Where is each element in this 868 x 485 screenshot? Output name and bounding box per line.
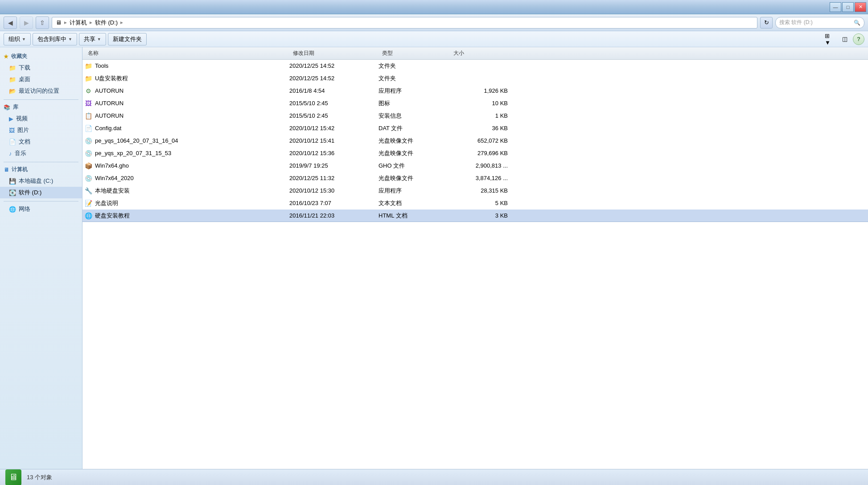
file-type-cell: 文件夹 — [378, 62, 450, 70]
file-type-cell: 文本文档 — [378, 199, 450, 207]
file-name-cell: 📦 Win7x64.gho — [84, 162, 289, 170]
organize-button[interactable]: 组织 ▼ — [4, 33, 31, 45]
file-icon: ⚙ — [84, 87, 92, 95]
table-row[interactable]: 📦 Win7x64.gho 2019/9/7 19:25 GHO 文件 2,90… — [82, 160, 868, 172]
file-size-cell: 652,072 KB — [450, 137, 508, 144]
file-date-cell: 2015/5/10 2:45 — [289, 100, 378, 107]
file-size-cell: 28,315 KB — [450, 187, 508, 194]
app-icon: 🖥 — [5, 469, 21, 485]
title-bar: — □ ✕ — [0, 0, 868, 14]
file-name: 本地硬盘安装 — [95, 187, 130, 195]
file-name-cell: 🖼 AUTORUN — [84, 99, 289, 107]
file-icon: 📁 — [84, 74, 92, 82]
forward-button[interactable]: ▶ — [20, 16, 33, 29]
desktop-label: 桌面 — [19, 75, 30, 83]
col-header-size[interactable]: 大小 — [450, 49, 508, 57]
computer-icon: 🖥 — [56, 19, 62, 26]
file-size-cell: 10 KB — [450, 100, 508, 107]
path-segment-computer[interactable]: 计算机 — [70, 19, 87, 27]
music-icon: ♪ — [9, 150, 12, 157]
minimize-button[interactable]: — — [830, 2, 841, 12]
sidebar-item-doc[interactable]: 📄 文档 — [0, 136, 82, 148]
file-icon: 🖼 — [84, 99, 92, 107]
recent-label: 最近访问的位置 — [19, 87, 59, 95]
sidebar-divider-1 — [4, 99, 78, 100]
search-icon: 🔍 — [854, 20, 860, 26]
col-header-type[interactable]: 类型 — [378, 49, 450, 57]
status-count: 13 个对象 — [27, 473, 52, 481]
file-date-cell: 2020/12/25 14:52 — [289, 62, 378, 69]
sidebar-item-soft-d[interactable]: 💽 软件 (D:) — [0, 187, 82, 198]
share-label: 共享 — [84, 35, 95, 43]
preview-pane-button[interactable]: ◫ — [839, 33, 851, 45]
sidebar-item-desktop[interactable]: 📁 桌面 — [0, 74, 82, 85]
search-box[interactable]: 搜索 软件 (D:) 🔍 — [775, 17, 864, 29]
file-name: AUTORUN — [95, 112, 123, 119]
file-type-cell: 图标 — [378, 99, 450, 107]
sidebar-item-download[interactable]: 📁 下载 — [0, 62, 82, 74]
address-bar: ◀ ▶ ⇧ 🖥 ► 计算机 ► 软件 (D:) ► ↻ 搜索 软件 (D:) 🔍 — [0, 14, 868, 31]
download-folder-icon: 📁 — [9, 65, 16, 71]
file-type-cell: 应用程序 — [378, 87, 450, 95]
table-row[interactable]: 📁 Tools 2020/12/25 14:52 文件夹 — [82, 60, 868, 72]
sidebar-item-image[interactable]: 🖼 图片 — [0, 124, 82, 136]
favorites-label: 收藏夹 — [11, 53, 27, 60]
file-name: Win7x64.gho — [95, 162, 129, 169]
table-row[interactable]: 📝 光盘说明 2016/10/23 7:07 文本文档 5 KB — [82, 197, 868, 210]
library-button[interactable]: 包含到库中 ▼ — [33, 33, 77, 45]
address-path[interactable]: 🖥 ► 计算机 ► 软件 (D:) ► — [52, 17, 757, 29]
file-date-cell: 2020/10/12 15:36 — [289, 150, 378, 156]
table-row[interactable]: ⚙ AUTORUN 2016/1/8 4:54 应用程序 1,926 KB — [82, 85, 868, 97]
library-label: 包含到库中 — [37, 35, 66, 43]
sidebar-item-local-c[interactable]: 💾 本地磁盘 (C:) — [0, 175, 82, 187]
file-name: AUTORUN — [95, 87, 123, 94]
sidebar-item-network[interactable]: 🌐 网络 — [0, 203, 82, 215]
table-row[interactable]: 📋 AUTORUN 2015/5/10 2:45 安装信息 1 KB — [82, 110, 868, 122]
file-name-cell: 💿 pe_yqs_xp_20_07_31_15_53 — [84, 149, 289, 157]
favorites-icon: ★ — [4, 53, 8, 60]
table-row[interactable]: 🔧 本地硬盘安装 2020/10/12 15:30 应用程序 28,315 KB — [82, 185, 868, 197]
table-row[interactable]: 📁 U盘安装教程 2020/12/25 14:52 文件夹 — [82, 72, 868, 85]
up-button[interactable]: ⇧ — [36, 16, 49, 29]
main-layout: ★ 收藏夹 📁 下载 📁 桌面 📂 最近访问的位置 📚 库 ▶ — [0, 47, 868, 469]
file-size-cell: 5 KB — [450, 200, 508, 206]
col-header-date[interactable]: 修改日期 — [289, 49, 378, 57]
file-date-cell: 2016/10/23 7:07 — [289, 200, 378, 206]
sidebar-divider-2 — [4, 162, 78, 162]
path-segment-drive[interactable]: 软件 (D:) — [95, 19, 118, 27]
close-button[interactable]: ✕ — [855, 2, 866, 12]
maximize-button[interactable]: □ — [842, 2, 854, 12]
sidebar-item-music[interactable]: ♪ 音乐 — [0, 148, 82, 159]
new-folder-button[interactable]: 新建文件夹 — [108, 33, 147, 45]
table-row[interactable]: 💿 pe_yqs_1064_20_07_31_16_04 2020/10/12 … — [82, 135, 868, 147]
table-row[interactable]: 🌐 硬盘安装教程 2016/11/21 22:03 HTML 文档 3 KB — [82, 210, 868, 222]
refresh-button[interactable]: ↻ — [760, 17, 773, 29]
file-date-cell: 2015/5/10 2:45 — [289, 112, 378, 119]
table-row[interactable]: 🖼 AUTORUN 2015/5/10 2:45 图标 10 KB — [82, 97, 868, 110]
file-name-cell: 📄 Config.dat — [84, 124, 289, 132]
file-date-cell: 2016/11/21 22:03 — [289, 212, 378, 219]
library-icon: 📚 — [4, 104, 10, 111]
file-icon: 📝 — [84, 199, 92, 207]
table-row[interactable]: 💿 Win7x64_2020 2020/12/25 11:32 光盘映像文件 3… — [82, 172, 868, 185]
file-date-cell: 2020/12/25 14:52 — [289, 75, 378, 82]
sidebar-item-recent[interactable]: 📂 最近访问的位置 — [0, 85, 82, 97]
help-button[interactable]: ? — [853, 33, 864, 45]
file-type-cell: HTML 文档 — [378, 212, 450, 220]
file-list-area: 📁 Tools 2020/12/25 14:52 文件夹 📁 U盘安装教程 20… — [82, 60, 868, 469]
table-row[interactable]: 📄 Config.dat 2020/10/12 15:42 DAT 文件 36 … — [82, 122, 868, 135]
back-button[interactable]: ◀ — [4, 16, 17, 29]
file-size-cell: 3 KB — [450, 212, 508, 219]
organize-arrow-icon: ▼ — [22, 37, 26, 41]
table-row[interactable]: 💿 pe_yqs_xp_20_07_31_15_53 2020/10/12 15… — [82, 147, 868, 160]
file-name-cell: 📁 U盘安装教程 — [84, 74, 289, 82]
file-size-cell: 3,874,126 ... — [450, 175, 508, 181]
content-area: 名称 修改日期 类型 大小 📁 Tools 2020/12/25 14:52 文… — [82, 47, 868, 469]
file-icon: 💿 — [84, 174, 92, 182]
doc-label: 文档 — [19, 138, 30, 146]
view-options-button[interactable]: ⊞ ▼ — [824, 33, 837, 45]
network-section: 🌐 网络 — [0, 203, 82, 215]
sidebar-item-video[interactable]: ▶ 视频 — [0, 113, 82, 124]
share-button[interactable]: 共享 ▼ — [79, 33, 106, 45]
col-header-name[interactable]: 名称 — [84, 49, 289, 57]
